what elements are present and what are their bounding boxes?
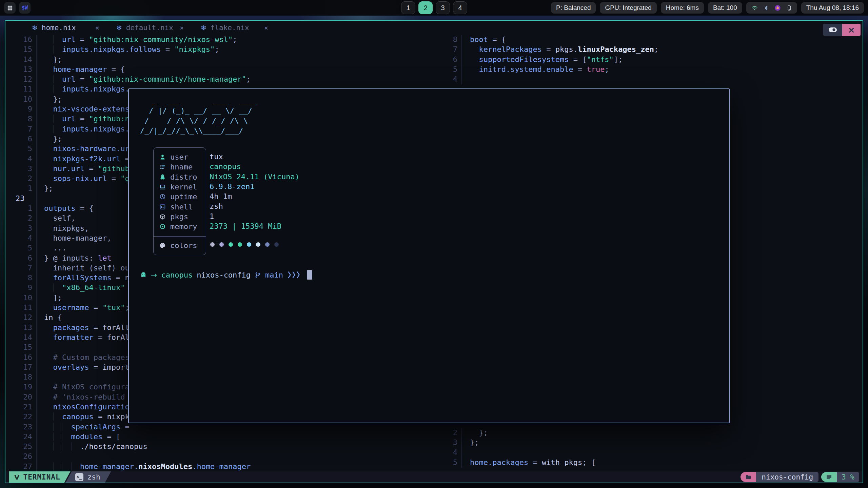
- system-tray: [746, 2, 797, 14]
- code-line: 4: [441, 448, 863, 458]
- launcher-button[interactable]: [4, 2, 16, 14]
- topbar-status-cluster: P: BalancedGPU: IntegratedHome: 6msBat: …: [551, 2, 864, 14]
- fetch-label: uptime: [170, 192, 197, 201]
- fastfetch-colors-row: colors: [154, 241, 206, 250]
- workspace-button-1[interactable]: 1: [401, 1, 415, 14]
- code-line: 15 inputs.nixpkgs.follows = "nixpkgs";: [5, 45, 441, 55]
- line-number: 16: [5, 35, 37, 45]
- line-number: 14: [5, 333, 37, 343]
- line-number: 18: [5, 373, 37, 383]
- prompt-dir: nixos-config: [197, 271, 251, 279]
- line-number: 9: [5, 105, 37, 115]
- network-icon[interactable]: [751, 5, 758, 11]
- close-icon: ×: [848, 25, 855, 35]
- line-number: 19: [5, 383, 37, 392]
- status-pill: GPU: Integrated: [600, 2, 656, 14]
- code-text: inputs.nixpkgs.follows = "nixpkgs";: [37, 45, 219, 55]
- line-number: 4: [441, 75, 462, 85]
- tab-close-icon[interactable]: ×: [263, 24, 270, 32]
- editor-tabbar: ❄home.nix×❄default.nix×❄flake.nix×: [5, 21, 863, 35]
- line-number: 25: [5, 442, 37, 452]
- code-line: 23 specialArgs =: [5, 423, 441, 432]
- shell-label: zsh: [87, 473, 100, 481]
- code-text: url = "github:nix-community/nixos-wsl";: [37, 35, 237, 45]
- code-text: "x86_64-linux": [37, 283, 125, 293]
- code-text: home-manager.nixosModules.home-manager: [37, 462, 251, 471]
- code-text: specialArgs =: [37, 423, 134, 432]
- line-number: 2: [441, 428, 462, 438]
- fetch-row: shell: [154, 202, 206, 211]
- cwd-segment: nixos-config: [741, 472, 818, 482]
- code-text: outputs = {: [37, 204, 94, 214]
- code-text: nur.url = "github: [37, 164, 130, 174]
- tab-label: default.nix: [126, 24, 173, 32]
- code-text: overlays = import: [37, 363, 130, 373]
- code-text: url = "github:nix-community/home-manager…: [37, 75, 251, 85]
- line-number: 15: [5, 343, 37, 353]
- window-toggle-button[interactable]: [823, 24, 842, 36]
- tab-close-icon[interactable]: ×: [94, 24, 101, 32]
- code-text: ];: [37, 293, 62, 303]
- code-text: nixos-hardware.ur: [37, 144, 130, 154]
- mode-label: TERMINAL: [23, 473, 60, 481]
- line-number: 8: [5, 273, 37, 283]
- line-number: 10: [5, 95, 37, 105]
- line-number: 23: [5, 423, 37, 432]
- line-number: 3: [5, 164, 37, 174]
- code-line: 6 supportedFilesystems = ["ntfs"];: [441, 55, 863, 65]
- fetch-value: zsh: [210, 201, 299, 211]
- code-text: formatter = forAl: [37, 333, 130, 343]
- editor-tab-flake.nix[interactable]: ❄flake.nix×: [195, 21, 275, 35]
- editor-tab-home.nix[interactable]: ❄home.nix×: [26, 21, 106, 35]
- workspace-button-2[interactable]: 2: [418, 1, 433, 14]
- fetch-value: canopus: [210, 162, 299, 171]
- line-number: 13: [5, 323, 37, 333]
- tab-label: flake.nix: [211, 24, 249, 32]
- fetch-value: tux: [210, 152, 299, 162]
- fetch-label: distro: [170, 173, 197, 181]
- window-close-button[interactable]: ×: [842, 24, 861, 36]
- workspace-switcher: 1234: [401, 1, 467, 14]
- hostname-icon: [159, 164, 166, 170]
- phone-icon[interactable]: [786, 5, 792, 11]
- code-text: supportedFilesystems = ["ntfs"];: [462, 55, 623, 65]
- line-number: 27: [5, 462, 37, 471]
- lines-icon-badge: [821, 472, 837, 482]
- code-text: nixpkgs-f2k.url =: [37, 155, 134, 164]
- fetch-value: 6.9.8-zen1: [210, 182, 299, 191]
- fastfetch-values: tuxcanopusNixOS 24.11 (Vicuna)6.9.8-zen1…: [210, 147, 299, 231]
- line-number: 21: [5, 403, 37, 412]
- status-pill: Home: 6ms: [661, 2, 704, 14]
- terminal-icon: >_: [75, 473, 83, 481]
- tab-close-icon[interactable]: ×: [178, 24, 185, 32]
- line-number: 5: [5, 144, 37, 154]
- workspace-button-4[interactable]: 4: [453, 1, 467, 14]
- logo-button[interactable]: $W: [19, 2, 31, 14]
- code-text: modules = [: [37, 432, 120, 442]
- line-number: 4: [441, 448, 462, 458]
- line-number: 12: [5, 313, 37, 323]
- workspace-button-3[interactable]: 3: [436, 1, 450, 14]
- color-swatch: [238, 242, 242, 247]
- git-branch-icon: [255, 272, 261, 278]
- status-pill: P: Balanced: [551, 2, 596, 14]
- code-text: nixpkgs,: [37, 224, 89, 234]
- code-text: [462, 75, 470, 85]
- editor-tab-default.nix[interactable]: ❄default.nix×: [111, 21, 191, 35]
- terminal-window[interactable]: _ ___ ____ ____ / |/ (_)_ __/ __ \/ __/ …: [128, 88, 730, 423]
- flame-icon[interactable]: [774, 5, 781, 11]
- code-text: };: [462, 428, 488, 438]
- code-text: ./hosts/canopus: [37, 442, 147, 452]
- code-text: home-manager,: [37, 234, 112, 244]
- prompt-line[interactable]: → canopus nixos-config main: [140, 270, 312, 280]
- fetch-row: hname: [154, 162, 206, 172]
- bluetooth-icon[interactable]: [763, 5, 769, 11]
- code-text: # Custom packages: [37, 353, 130, 363]
- code-line: 13 home-manager = {: [5, 65, 441, 75]
- line-number: 2: [5, 214, 37, 224]
- code-text: initrd.systemd.enable = true;: [462, 65, 609, 75]
- line-number: 3: [5, 224, 37, 234]
- top-bar: $W 1234 P: BalancedGPU: IntegratedHome: …: [0, 0, 868, 16]
- shell-segment[interactable]: >_ zsh: [66, 471, 111, 483]
- color-swatch: [265, 242, 270, 247]
